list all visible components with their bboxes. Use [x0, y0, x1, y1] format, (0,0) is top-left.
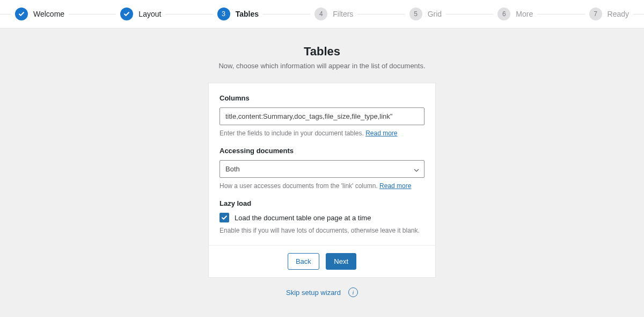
card-body: Columns Enter the fields to include in y… [209, 83, 435, 245]
accessing-help: How a user accesses documents from the '… [219, 182, 425, 190]
columns-read-more-link[interactable]: Read more [365, 129, 397, 137]
step-welcome[interactable]: Welcome [11, 8, 69, 20]
check-icon [221, 214, 228, 221]
step-number: 6 [497, 8, 510, 20]
help-text: How a user accesses documents from the '… [219, 182, 379, 190]
next-button[interactable]: Next [326, 253, 356, 270]
columns-label: Columns [219, 94, 425, 102]
skip-wizard-link[interactable]: Skip setup wizard [286, 289, 341, 297]
accessing-label: Accessing documents [219, 147, 425, 155]
help-text: Enter the fields to include in your docu… [219, 129, 365, 137]
step-ready[interactable]: 7 Ready [585, 8, 633, 20]
step-number: 5 [409, 8, 422, 20]
page-subtitle: Now, choose which information will appea… [0, 62, 644, 70]
step-label: Grid [428, 10, 442, 18]
step-number: 7 [589, 8, 602, 20]
step-more[interactable]: 6 More [493, 8, 537, 20]
step-tables[interactable]: 3 Tables [213, 8, 263, 20]
check-icon [120, 8, 133, 20]
step-number: 3 [217, 8, 230, 20]
wizard-footer: Skip setup wizard i [0, 287, 644, 297]
accessing-read-more-link[interactable]: Read more [379, 182, 411, 190]
accessing-field: Accessing documents Both How a user acce… [219, 147, 425, 190]
lazy-field: Lazy load Load the document table one pa… [219, 199, 425, 234]
info-icon[interactable]: i [348, 287, 358, 297]
columns-field: Columns Enter the fields to include in y… [219, 94, 425, 137]
page-heading: Tables [0, 45, 644, 59]
lazy-checkbox-label: Load the document table one page at a ti… [235, 214, 371, 222]
settings-card: Columns Enter the fields to include in y… [208, 83, 436, 278]
step-number: 4 [314, 8, 327, 20]
wizard-content: Tables Now, choose which information wil… [0, 28, 644, 308]
step-filters[interactable]: 4 Filters [310, 8, 357, 20]
step-label: Welcome [33, 10, 64, 18]
card-footer: Back Next [209, 245, 435, 277]
page-title: Tables [0, 45, 644, 59]
lazy-help: Enable this if you will have lots of doc… [219, 227, 425, 234]
lazy-checkbox-row: Load the document table one page at a ti… [219, 213, 425, 222]
step-grid[interactable]: 5 Grid [405, 8, 446, 20]
accessing-select-wrap: Both [219, 160, 425, 178]
lazy-checkbox[interactable] [219, 213, 229, 222]
columns-help: Enter the fields to include in your docu… [219, 129, 425, 137]
lazy-label: Lazy load [219, 199, 425, 207]
step-label: Ready [608, 10, 629, 18]
step-label: Layout [138, 10, 161, 18]
accessing-select[interactable]: Both [219, 160, 425, 178]
wizard-stepper: Welcome Layout 3 Tables 4 Filters 5 Grid… [0, 0, 644, 28]
columns-input[interactable] [219, 107, 425, 125]
step-label: Tables [236, 10, 259, 18]
check-icon [15, 8, 28, 20]
back-button[interactable]: Back [288, 253, 319, 270]
step-label: Filters [333, 10, 353, 18]
step-layout[interactable]: Layout [116, 8, 165, 20]
step-label: More [516, 10, 533, 18]
